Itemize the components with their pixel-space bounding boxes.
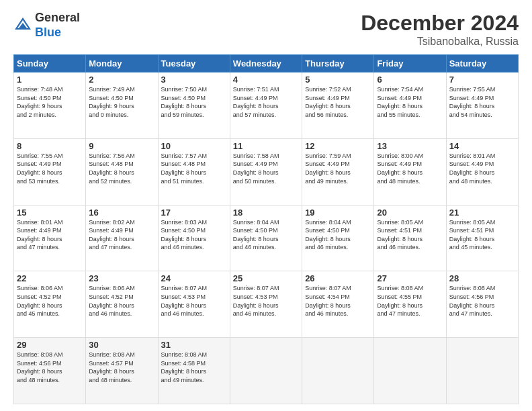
month-title: December 2024 xyxy=(361,11,519,36)
day-number: 12 xyxy=(305,141,371,151)
calendar-header-row: Sunday Monday Tuesday Wednesday Thursday… xyxy=(14,55,519,73)
day-number: 17 xyxy=(161,208,227,218)
table-row: 23Sunrise: 8:06 AM Sunset: 4:52 PM Dayli… xyxy=(86,271,158,338)
calendar-week-row: 29Sunrise: 8:08 AM Sunset: 4:56 PM Dayli… xyxy=(14,338,519,404)
table-row xyxy=(446,338,518,404)
location-subtitle: Tsibanobalka, Russia xyxy=(361,36,519,48)
day-number: 21 xyxy=(449,208,515,218)
table-row: 16Sunrise: 8:02 AM Sunset: 4:49 PM Dayli… xyxy=(86,205,158,271)
col-friday: Friday xyxy=(374,55,446,73)
table-row: 18Sunrise: 8:04 AM Sunset: 4:50 PM Dayli… xyxy=(230,205,302,271)
day-number: 13 xyxy=(377,141,443,151)
table-row: 13Sunrise: 8:00 AM Sunset: 4:49 PM Dayli… xyxy=(374,138,446,205)
table-row: 17Sunrise: 8:03 AM Sunset: 4:50 PM Dayli… xyxy=(158,205,230,271)
logo-blue: Blue xyxy=(35,26,61,39)
table-row xyxy=(374,338,446,404)
day-number: 31 xyxy=(161,340,227,350)
day-info: Sunrise: 7:56 AM Sunset: 4:48 PM Dayligh… xyxy=(89,152,154,185)
day-number: 19 xyxy=(305,208,371,218)
day-number: 2 xyxy=(89,75,154,85)
day-info: Sunrise: 7:55 AM Sunset: 4:49 PM Dayligh… xyxy=(449,85,515,119)
day-number: 15 xyxy=(17,208,83,218)
table-row: 1Sunrise: 7:48 AM Sunset: 4:50 PM Daylig… xyxy=(14,73,86,139)
calendar-week-row: 8Sunrise: 7:55 AM Sunset: 4:49 PM Daylig… xyxy=(14,138,519,205)
day-info: Sunrise: 8:02 AM Sunset: 4:49 PM Dayligh… xyxy=(89,218,154,252)
table-row: 24Sunrise: 8:07 AM Sunset: 4:53 PM Dayli… xyxy=(158,271,230,338)
day-info: Sunrise: 8:01 AM Sunset: 4:49 PM Dayligh… xyxy=(449,152,515,185)
table-row: 25Sunrise: 8:07 AM Sunset: 4:53 PM Dayli… xyxy=(230,271,302,338)
day-number: 23 xyxy=(89,273,154,283)
table-row: 30Sunrise: 8:08 AM Sunset: 4:57 PM Dayli… xyxy=(86,338,158,404)
calendar-week-row: 22Sunrise: 8:06 AM Sunset: 4:52 PM Dayli… xyxy=(14,271,519,338)
table-row: 22Sunrise: 8:06 AM Sunset: 4:52 PM Dayli… xyxy=(14,271,86,338)
table-row: 6Sunrise: 7:54 AM Sunset: 4:49 PM Daylig… xyxy=(374,73,446,139)
table-row: 27Sunrise: 8:08 AM Sunset: 4:55 PM Dayli… xyxy=(374,271,446,338)
day-info: Sunrise: 8:08 AM Sunset: 4:57 PM Dayligh… xyxy=(89,351,154,384)
table-row: 29Sunrise: 8:08 AM Sunset: 4:56 PM Dayli… xyxy=(14,338,86,404)
col-saturday: Saturday xyxy=(446,55,518,73)
day-info: Sunrise: 8:08 AM Sunset: 4:55 PM Dayligh… xyxy=(377,284,443,318)
table-row: 7Sunrise: 7:55 AM Sunset: 4:49 PM Daylig… xyxy=(446,73,518,139)
day-info: Sunrise: 7:55 AM Sunset: 4:49 PM Dayligh… xyxy=(17,152,83,185)
day-info: Sunrise: 7:54 AM Sunset: 4:49 PM Dayligh… xyxy=(377,85,443,119)
day-number: 16 xyxy=(89,208,154,218)
day-info: Sunrise: 7:50 AM Sunset: 4:50 PM Dayligh… xyxy=(161,85,227,119)
day-number: 22 xyxy=(17,273,83,283)
table-row: 9Sunrise: 7:56 AM Sunset: 4:48 PM Daylig… xyxy=(86,138,158,205)
day-info: Sunrise: 7:52 AM Sunset: 4:49 PM Dayligh… xyxy=(305,85,371,119)
table-row: 21Sunrise: 8:05 AM Sunset: 4:51 PM Dayli… xyxy=(446,205,518,271)
day-info: Sunrise: 8:01 AM Sunset: 4:49 PM Dayligh… xyxy=(17,218,83,252)
col-sunday: Sunday xyxy=(14,55,86,73)
logo-general: General xyxy=(35,11,80,24)
day-number: 9 xyxy=(89,141,154,151)
col-monday: Monday xyxy=(86,55,158,73)
day-number: 26 xyxy=(305,273,371,283)
day-info: Sunrise: 8:06 AM Sunset: 4:52 PM Dayligh… xyxy=(17,284,83,318)
day-info: Sunrise: 8:07 AM Sunset: 4:53 PM Dayligh… xyxy=(161,284,227,318)
logo: General Blue xyxy=(13,11,80,40)
col-tuesday: Tuesday xyxy=(158,55,230,73)
title-block: December 2024 Tsibanobalka, Russia xyxy=(361,11,519,48)
calendar-week-row: 15Sunrise: 8:01 AM Sunset: 4:49 PM Dayli… xyxy=(14,205,519,271)
day-number: 20 xyxy=(377,208,443,218)
day-number: 4 xyxy=(233,75,299,85)
table-row: 31Sunrise: 8:08 AM Sunset: 4:58 PM Dayli… xyxy=(158,338,230,404)
day-number: 18 xyxy=(233,208,299,218)
table-row: 26Sunrise: 8:07 AM Sunset: 4:54 PM Dayli… xyxy=(302,271,374,338)
table-row: 28Sunrise: 8:08 AM Sunset: 4:56 PM Dayli… xyxy=(446,271,518,338)
table-row: 12Sunrise: 7:59 AM Sunset: 4:49 PM Dayli… xyxy=(302,138,374,205)
day-number: 28 xyxy=(449,273,515,283)
table-row xyxy=(302,338,374,404)
calendar-week-row: 1Sunrise: 7:48 AM Sunset: 4:50 PM Daylig… xyxy=(14,73,519,139)
table-row: 20Sunrise: 8:05 AM Sunset: 4:51 PM Dayli… xyxy=(374,205,446,271)
table-row: 3Sunrise: 7:50 AM Sunset: 4:50 PM Daylig… xyxy=(158,73,230,139)
day-number: 10 xyxy=(161,141,227,151)
day-info: Sunrise: 7:49 AM Sunset: 4:50 PM Dayligh… xyxy=(89,85,154,119)
table-row: 4Sunrise: 7:51 AM Sunset: 4:49 PM Daylig… xyxy=(230,73,302,139)
day-number: 5 xyxy=(305,75,371,85)
day-info: Sunrise: 8:07 AM Sunset: 4:54 PM Dayligh… xyxy=(305,284,371,318)
day-info: Sunrise: 8:05 AM Sunset: 4:51 PM Dayligh… xyxy=(377,218,443,252)
table-row: 8Sunrise: 7:55 AM Sunset: 4:49 PM Daylig… xyxy=(14,138,86,205)
table-row: 19Sunrise: 8:04 AM Sunset: 4:50 PM Dayli… xyxy=(302,205,374,271)
day-info: Sunrise: 8:08 AM Sunset: 4:56 PM Dayligh… xyxy=(449,284,515,318)
day-info: Sunrise: 7:48 AM Sunset: 4:50 PM Dayligh… xyxy=(17,85,83,119)
day-number: 14 xyxy=(449,141,515,151)
table-row: 15Sunrise: 8:01 AM Sunset: 4:49 PM Dayli… xyxy=(14,205,86,271)
page: General Blue December 2024 Tsibanobalka,… xyxy=(0,0,532,411)
day-number: 1 xyxy=(17,75,83,85)
day-info: Sunrise: 8:08 AM Sunset: 4:56 PM Dayligh… xyxy=(17,351,83,384)
day-info: Sunrise: 8:06 AM Sunset: 4:52 PM Dayligh… xyxy=(89,284,154,318)
day-info: Sunrise: 8:08 AM Sunset: 4:58 PM Dayligh… xyxy=(161,351,227,384)
table-row: 2Sunrise: 7:49 AM Sunset: 4:50 PM Daylig… xyxy=(86,73,158,139)
day-info: Sunrise: 7:59 AM Sunset: 4:49 PM Dayligh… xyxy=(305,152,371,185)
table-row: 10Sunrise: 7:57 AM Sunset: 4:48 PM Dayli… xyxy=(158,138,230,205)
day-info: Sunrise: 7:51 AM Sunset: 4:49 PM Dayligh… xyxy=(233,85,299,119)
day-number: 29 xyxy=(17,340,83,350)
day-number: 11 xyxy=(233,141,299,151)
day-number: 6 xyxy=(377,75,443,85)
day-number: 7 xyxy=(449,75,515,85)
day-info: Sunrise: 8:04 AM Sunset: 4:50 PM Dayligh… xyxy=(305,218,371,252)
logo-text: General Blue xyxy=(35,11,80,40)
table-row: 14Sunrise: 8:01 AM Sunset: 4:49 PM Dayli… xyxy=(446,138,518,205)
